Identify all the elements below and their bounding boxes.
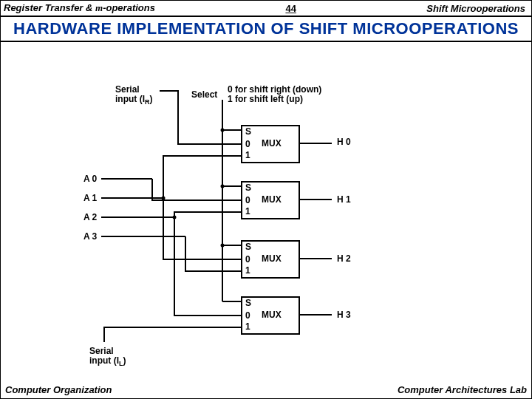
svg-point-2 bbox=[221, 244, 225, 248]
svg-point-4 bbox=[173, 216, 177, 219]
top-bar: Register Transfer & m-operations 44 Shif… bbox=[1, 1, 531, 14]
page-title: HARDWARE IMPLEMENTATION OF SHIFT MICROOP… bbox=[1, 17, 531, 41]
footer-right: Computer Architectures Lab bbox=[398, 384, 527, 395]
header-left: Register Transfer & m-operations bbox=[4, 2, 155, 14]
diagram-canvas: S 0 1 MUX S 0 1 MUX S 0 1 MUX S 0 1 MUX … bbox=[1, 47, 532, 386]
header-left-a: Register Transfer & bbox=[4, 2, 95, 13]
header-left-b: -operations bbox=[103, 2, 155, 13]
footer-left: Computer Organization bbox=[5, 384, 112, 395]
wiring-svg bbox=[1, 47, 532, 386]
slide: Register Transfer & m-operations 44 Shif… bbox=[0, 0, 532, 399]
rule-mid bbox=[1, 41, 531, 42]
page-number: 44 bbox=[285, 3, 296, 14]
mu-glyph: m bbox=[95, 2, 103, 13]
bottom-bar: Computer Organization Computer Architect… bbox=[1, 384, 531, 395]
svg-point-3 bbox=[162, 197, 166, 200]
svg-point-1 bbox=[221, 185, 225, 188]
svg-point-0 bbox=[221, 129, 225, 132]
header-right: Shift Microoperations bbox=[426, 3, 525, 14]
